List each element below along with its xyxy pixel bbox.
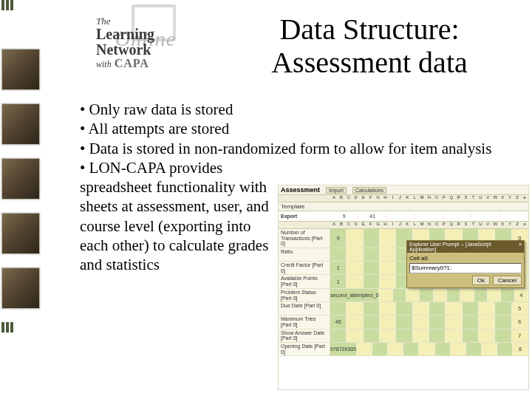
sheet-cell[interactable] xyxy=(388,343,403,355)
sheet-cell[interactable]: 4 xyxy=(515,289,528,301)
sheet-cell[interactable] xyxy=(364,248,380,261)
sheet-cell[interactable]: 7 xyxy=(512,330,528,342)
template-label: Template xyxy=(281,203,304,210)
sheet-cell[interactable] xyxy=(429,316,446,328)
sheet-column-header-2: ABCDEFGHIJKLMNOPQRSTUVWXYZa xyxy=(279,222,528,229)
sheet-cell[interactable]: 1 xyxy=(330,275,347,287)
sheet-cell[interactable]: 1 xyxy=(330,262,347,274)
sheet-cell[interactable]: 8 xyxy=(513,343,528,355)
sheet-cell[interactable] xyxy=(380,302,396,315)
sheet-column-header: ABCDEFGHIJKLMNOPQRSTUVWXYZa xyxy=(279,195,528,202)
sheet-cell[interactable] xyxy=(406,289,420,301)
sheet-cell[interactable] xyxy=(446,302,462,315)
sheet-import-button[interactable]: Import xyxy=(326,187,347,194)
sheet-cell[interactable]: 5 xyxy=(512,302,528,315)
sheet-cell[interactable] xyxy=(460,289,474,301)
bullet-item: Data is stored in non-randomized form to… xyxy=(80,139,519,158)
sidebar-photo xyxy=(1,49,40,90)
sheet-cell[interactable] xyxy=(396,316,412,328)
sheet-cell[interactable] xyxy=(372,343,388,355)
sheet-cell[interactable] xyxy=(364,275,380,287)
close-icon[interactable]: × xyxy=(519,242,522,252)
sheet-cell[interactable] xyxy=(420,289,433,301)
sheet-cell[interactable] xyxy=(466,343,482,355)
sheet-cell[interactable] xyxy=(380,262,396,274)
sheet-cell[interactable]: second_attempted_0 xyxy=(330,289,379,301)
sheet-cell[interactable] xyxy=(435,343,451,355)
sheet-header: Assessment Import Calculations xyxy=(279,185,528,195)
sheet-cell[interactable] xyxy=(403,343,419,355)
sheet-cell[interactable] xyxy=(479,302,495,315)
sheet-cell[interactable] xyxy=(396,330,412,342)
sheet-cell[interactable] xyxy=(495,316,511,328)
sheet-cell[interactable]: 9 xyxy=(330,229,347,248)
sheet-cell[interactable] xyxy=(330,330,347,342)
sheet-cell[interactable] xyxy=(347,262,363,274)
sheet-cell[interactable] xyxy=(495,302,511,315)
sheet-cell[interactable]: 978726305 xyxy=(330,343,357,355)
sheet-cell[interactable] xyxy=(479,330,495,342)
sheet-cell[interactable] xyxy=(380,330,396,342)
sheet-cell[interactable] xyxy=(463,302,479,315)
sheet-cell[interactable] xyxy=(488,289,501,301)
sheet-calc-button[interactable]: Calculations xyxy=(352,187,386,194)
sheet-cell[interactable] xyxy=(413,330,429,342)
sheet-cell[interactable] xyxy=(482,343,497,355)
sheet-cell[interactable] xyxy=(446,316,462,328)
sheet-cell[interactable] xyxy=(380,275,396,287)
export-cell-b[interactable]: 41 xyxy=(358,214,386,219)
sheet-cell[interactable] xyxy=(364,316,380,328)
sheet-cell[interactable] xyxy=(479,316,495,328)
sheet-cell[interactable] xyxy=(347,275,363,287)
sheet-cell[interactable] xyxy=(413,316,429,328)
dialog-title: Explorer User Prompt -- [JavaScript Appl… xyxy=(409,242,519,252)
sheet-cell[interactable] xyxy=(364,229,380,248)
sheet-row: Show Answer Date [Part 0]7 xyxy=(279,330,528,343)
row-label: Due Date [Part 0] xyxy=(279,302,330,315)
sheet-cell[interactable] xyxy=(451,343,466,355)
sheet-cell[interactable] xyxy=(419,343,434,355)
sheet-cell[interactable] xyxy=(379,289,392,301)
sheet-cell[interactable] xyxy=(347,229,363,248)
sheet-cell[interactable] xyxy=(497,343,513,355)
sheet-cell[interactable] xyxy=(434,289,447,301)
dialog-cancel-button[interactable]: Cancel xyxy=(493,276,522,285)
sheet-cell[interactable] xyxy=(429,302,446,315)
sheet-cell[interactable] xyxy=(446,330,462,342)
deco-lines-top xyxy=(1,0,19,35)
sheet-cell[interactable]: 40 xyxy=(330,316,347,328)
sheet-cell[interactable] xyxy=(396,302,412,315)
sheet-cell[interactable] xyxy=(463,316,479,328)
deco-lines-bottom xyxy=(1,322,19,358)
export-label: Export xyxy=(279,214,330,219)
sheet-cell[interactable] xyxy=(447,289,460,301)
sheet-row: Problem Status [Part 0]second_attempted_… xyxy=(279,289,528,302)
sheet-cell[interactable] xyxy=(330,248,347,261)
sheet-cell[interactable] xyxy=(330,302,347,315)
export-cell-a[interactable]: 9 xyxy=(330,214,358,219)
sheet-cell[interactable] xyxy=(380,316,396,328)
sheet-cell[interactable] xyxy=(347,316,363,328)
sheet-cell[interactable]: 6 xyxy=(512,316,528,328)
sheet-cell[interactable] xyxy=(474,289,488,301)
sheet-cell[interactable] xyxy=(347,248,363,261)
sheet-cell[interactable] xyxy=(364,262,380,274)
sheet-cell[interactable] xyxy=(495,330,511,342)
row-label: Maximum Tries [Part 0] xyxy=(279,316,330,328)
sheet-cell[interactable] xyxy=(380,229,396,248)
sheet-cell[interactable] xyxy=(357,343,372,355)
sheet-cell[interactable] xyxy=(347,302,363,315)
sheet-cell[interactable] xyxy=(364,330,380,342)
sheet-cell[interactable] xyxy=(393,289,406,301)
title-line-1: Data Structure: xyxy=(222,13,517,47)
row-label: Credit Factor [Part 0] xyxy=(279,262,330,274)
sheet-cell[interactable] xyxy=(364,302,380,315)
dialog-ok-button[interactable]: Ok xyxy=(472,276,490,285)
sheet-cell[interactable] xyxy=(429,330,446,342)
dialog-expression-input[interactable]: $Summary0?1: xyxy=(409,263,522,273)
sheet-cell[interactable] xyxy=(413,302,429,315)
sheet-cell[interactable] xyxy=(347,330,363,342)
sheet-cell[interactable] xyxy=(380,248,396,261)
sheet-cell[interactable] xyxy=(463,330,479,342)
sheet-cell[interactable] xyxy=(501,289,514,301)
